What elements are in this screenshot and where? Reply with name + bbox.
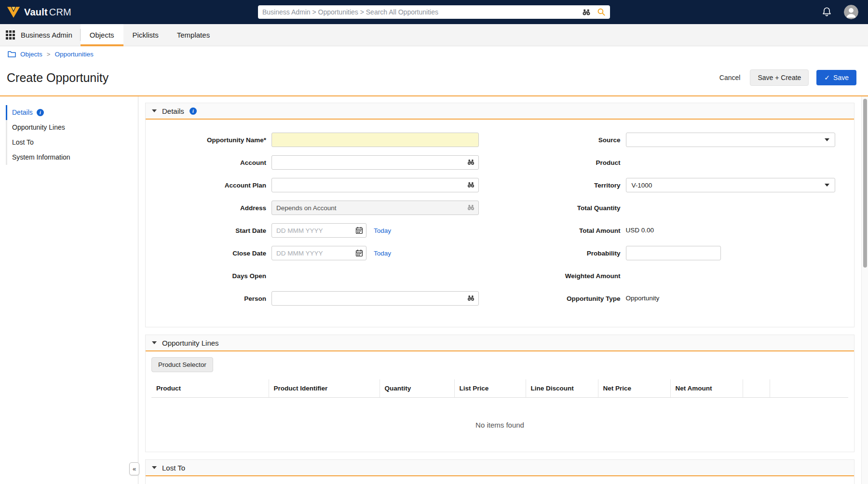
- sidebar-item-details[interactable]: Detailsi: [6, 105, 138, 120]
- date-input-start-date[interactable]: [271, 223, 366, 238]
- lookup-input-account[interactable]: [271, 155, 479, 170]
- lookup-field-person: [271, 291, 479, 306]
- sidebar-item-lost-to[interactable]: Lost To: [6, 135, 138, 150]
- date-field-start-date: [271, 223, 366, 238]
- field-row-total-quantity: Total Quantity: [500, 201, 854, 215]
- save-button[interactable]: ✓ Save: [816, 70, 856, 85]
- check-icon: ✓: [824, 74, 830, 81]
- lookup-input-person[interactable]: [271, 291, 479, 306]
- collapse-sidebar-button[interactable]: «: [129, 462, 139, 475]
- field-label-source: Source: [500, 136, 621, 144]
- column-net-price: Net Price: [598, 379, 670, 398]
- lookup-input-account-plan[interactable]: [271, 178, 479, 192]
- info-icon[interactable]: i: [37, 109, 44, 116]
- column-quantity: Quantity: [380, 379, 454, 398]
- lookup-field-account-plan: [271, 178, 479, 192]
- opportunity-lines-title: Opportunity Lines: [162, 339, 219, 347]
- calendar-icon[interactable]: [355, 249, 363, 257]
- calendar-icon[interactable]: [355, 227, 363, 234]
- details-form-left-column: Opportunity Name*AccountAccount PlanAddr…: [146, 133, 500, 306]
- binoculars-icon[interactable]: [467, 181, 475, 188]
- select-source[interactable]: [626, 133, 835, 147]
- binoculars-icon[interactable]: [467, 295, 475, 301]
- chevron-right-icon: >: [47, 51, 51, 58]
- collapse-section-icon[interactable]: [152, 341, 157, 344]
- opportunity-lines-header: Opportunity Lines: [146, 335, 854, 351]
- info-icon[interactable]: i: [190, 108, 197, 115]
- details-panel-header: Details i: [146, 103, 854, 120]
- page-scrollbar[interactable]: [861, 96, 868, 484]
- main-area: DetailsiOpportunity LinesLost ToSystem I…: [0, 96, 868, 484]
- search-icon[interactable]: [597, 8, 606, 16]
- notifications-bell-icon[interactable]: [821, 6, 832, 18]
- sidebar-item-label: Lost To: [12, 138, 34, 147]
- app-name[interactable]: Business Admin: [21, 31, 72, 39]
- field-row-total-amount: Total AmountUSD 0.00: [500, 223, 854, 238]
- title-actions: Cancel Save + Create ✓ Save: [718, 69, 856, 86]
- lookup-input-address: [271, 201, 479, 215]
- title-bar: Create Opportunity Cancel Save + Create …: [0, 62, 868, 95]
- field-label-weighted-amount: Weighted Amount: [500, 272, 621, 280]
- sidebar-item-label: System Information: [12, 153, 70, 162]
- today-link[interactable]: Today: [374, 227, 391, 234]
- collapse-section-icon[interactable]: [152, 109, 157, 112]
- field-label-account: Account: [146, 159, 266, 166]
- product-selector-button[interactable]: Product Selector: [151, 357, 213, 372]
- tab-templates[interactable]: Templates: [168, 24, 219, 46]
- breadcrumb-opportunities[interactable]: Opportunities: [54, 51, 93, 58]
- binoculars-icon[interactable]: [467, 159, 475, 165]
- field-row-close-date: Close DateToday: [146, 246, 500, 260]
- breadcrumb: Objects > Opportunities: [0, 46, 868, 62]
- column-line-discount: Line Discount: [526, 379, 598, 398]
- search-input[interactable]: [262, 8, 576, 16]
- vault-v-icon: [7, 6, 20, 18]
- app-grid-icon[interactable]: [6, 30, 15, 40]
- field-label-account-plan: Account Plan: [146, 182, 266, 189]
- save-create-button[interactable]: Save + Create: [750, 69, 809, 86]
- lost-to-panel: Lost To: [145, 459, 854, 484]
- field-row-probability: Probability: [500, 246, 854, 260]
- cancel-button[interactable]: Cancel: [718, 70, 743, 85]
- field-label-address: Address: [146, 204, 266, 212]
- field-row-address: Address: [146, 201, 500, 215]
- field-value-opportunity-type: Opportunity: [626, 295, 660, 303]
- lookup-field-account: [271, 155, 479, 170]
- app-tab-bar: Business Admin ObjectsPicklistsTemplates: [0, 24, 868, 46]
- lost-to-header: Lost To: [146, 460, 854, 476]
- field-label-opportunity-type: Opportunity Type: [500, 295, 621, 302]
- field-label-territory: Territory: [500, 182, 621, 189]
- sidebar-item-system-information[interactable]: System Information: [6, 150, 138, 165]
- field-label-total-quantity: Total Quantity: [500, 204, 621, 212]
- brand-vault: Vault: [24, 7, 48, 17]
- sidebar-item-label: Details: [12, 108, 33, 117]
- field-label-probability: Probability: [500, 250, 621, 257]
- app-launcher: Business Admin: [6, 24, 80, 46]
- folder-icon: [8, 51, 16, 57]
- today-link[interactable]: Today: [374, 250, 391, 257]
- field-label-days-open: Days Open: [146, 272, 266, 280]
- scrollbar-thumb[interactable]: [863, 99, 867, 268]
- breadcrumb-objects[interactable]: Objects: [20, 51, 42, 58]
- sidebar-item-opportunity-lines[interactable]: Opportunity Lines: [6, 120, 138, 135]
- collapse-section-icon[interactable]: [152, 466, 157, 469]
- field-row-start-date: Start DateToday: [146, 223, 500, 238]
- user-avatar[interactable]: [844, 5, 858, 19]
- date-input-close-date[interactable]: [271, 246, 366, 260]
- brand-text: VaultCRM: [24, 7, 71, 18]
- chevron-down-icon: [825, 184, 829, 187]
- tab-objects[interactable]: Objects: [81, 24, 123, 46]
- field-row-person: Person: [146, 291, 500, 306]
- column-product: Product: [151, 379, 269, 398]
- date-field-close-date: [271, 246, 366, 260]
- text-input-probability[interactable]: [626, 246, 721, 260]
- select-territory[interactable]: V-1000: [626, 178, 835, 192]
- tab-picklists[interactable]: Picklists: [123, 24, 168, 46]
- text-input-opportunity-name[interactable]: [271, 133, 479, 147]
- column-empty: [743, 379, 770, 398]
- empty-table-message: No items found: [151, 398, 848, 452]
- tab-list: ObjectsPicklistsTemplates: [81, 24, 219, 46]
- content-area: Details i Opportunity Name*AccountAccoun…: [138, 96, 868, 484]
- field-row-account-plan: Account Plan: [146, 178, 500, 192]
- advanced-search-binoculars-icon[interactable]: [582, 8, 591, 16]
- column-product-identifier: Product Identifier: [269, 379, 380, 398]
